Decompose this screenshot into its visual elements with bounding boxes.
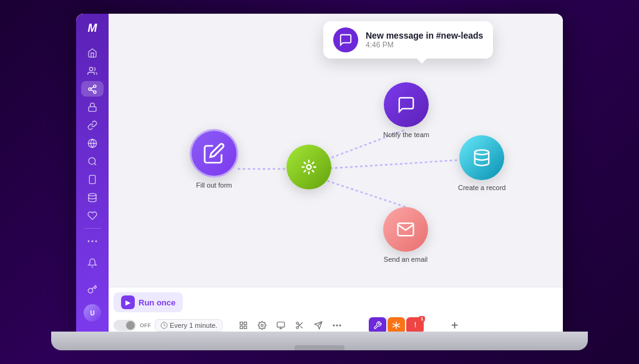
svg-point-21 [307, 165, 311, 170]
svg-rect-34 [245, 326, 247, 328]
schedule-interval[interactable]: Every 1 minute. [155, 319, 223, 332]
notification-time: 4:46 PM [366, 41, 483, 49]
svg-line-5 [91, 87, 94, 89]
sidebar-item-globe[interactable] [81, 135, 104, 151]
node-form[interactable]: Fill out form [190, 129, 238, 189]
toggle-label: OFF [140, 322, 151, 328]
svg-line-19 [330, 160, 458, 168]
sidebar-item-key[interactable] [81, 278, 104, 300]
svg-point-15 [92, 241, 94, 242]
controls-section: CONTROLS [235, 317, 345, 332]
sidebar-item-bell[interactable] [81, 252, 104, 274]
laptop-notch [295, 345, 344, 350]
node-email[interactable]: Send an email [383, 207, 428, 263]
controls-icons [235, 317, 345, 332]
laptop-screen: M [76, 14, 563, 332]
sidebar-item-search[interactable] [81, 153, 104, 169]
sidebar-logo: M [82, 21, 102, 35]
laptop-base [51, 332, 588, 350]
tool-badge-wrapper: ! 1 [406, 317, 424, 332]
node-record[interactable]: Create a record [458, 135, 505, 191]
sidebar-item-plugin[interactable] [81, 208, 104, 223]
notification-title: New message in #new-leads [366, 31, 483, 41]
toolbar-top: ▶ Run once [114, 290, 555, 315]
svg-point-2 [89, 88, 91, 90]
svg-line-26 [304, 162, 306, 164]
user-avatar[interactable]: U [84, 304, 101, 322]
svg-rect-6 [89, 107, 96, 111]
scheduling-toggle[interactable] [114, 320, 136, 331]
sidebar-item-lock[interactable] [81, 99, 104, 115]
tool-badge: 1 [419, 316, 425, 322]
node-notify[interactable]: Notify the team [383, 82, 429, 138]
svg-point-3 [94, 90, 96, 93]
notification-popup: New message in #new-leads 4:46 PM [323, 21, 493, 59]
sidebar-item-more[interactable] [81, 234, 104, 249]
node-record-label: Create a record [458, 184, 505, 191]
tools-section: ! 1 TOOLS [368, 316, 425, 332]
sidebar-item-team[interactable] [81, 63, 104, 79]
svg-point-49 [339, 325, 341, 327]
sidebar-item-database[interactable] [81, 189, 104, 205]
svg-point-0 [89, 67, 92, 70]
svg-rect-32 [240, 322, 243, 325]
node-email-label: Send an email [384, 256, 427, 263]
svg-rect-37 [278, 322, 285, 327]
svg-point-1 [94, 85, 96, 87]
run-icon: ▶ [121, 295, 135, 309]
control-scissors-btn[interactable] [291, 317, 308, 332]
svg-line-27 [312, 170, 314, 172]
control-monitor-btn[interactable] [273, 317, 289, 332]
schedule-text: Every 1 minute. [170, 322, 217, 329]
sidebar-item-home[interactable] [81, 45, 104, 60]
svg-line-44 [298, 324, 300, 325]
favorites-section: + FAVORITES [437, 319, 471, 332]
svg-point-30 [475, 150, 489, 155]
sidebar-item-link[interactable] [81, 117, 104, 133]
control-settings-btn[interactable] [254, 317, 270, 332]
svg-point-36 [261, 324, 264, 327]
sidebar-item-share[interactable] [81, 81, 104, 97]
svg-point-40 [296, 322, 299, 325]
svg-line-29 [312, 162, 314, 164]
sidebar: M [76, 14, 109, 332]
svg-point-47 [333, 325, 335, 327]
tool-asterisk-btn[interactable] [388, 317, 405, 332]
tools-group: ! 1 [368, 316, 425, 332]
svg-rect-35 [240, 326, 243, 328]
app-layout: M [76, 14, 563, 332]
svg-point-13 [89, 193, 96, 196]
svg-line-4 [91, 90, 94, 92]
main-content: New message in #new-leads 4:46 PM [109, 14, 563, 332]
svg-point-16 [95, 241, 97, 242]
svg-point-48 [336, 325, 338, 327]
toolbar-bottom: OFF Every 1 minute. SCHEDULING [114, 315, 555, 332]
laptop-wrapper: M [51, 14, 588, 350]
notification-text: New message in #new-leads 4:46 PM [366, 31, 483, 49]
tool-wrench-btn[interactable] [369, 317, 386, 332]
node-notify-label: Notify the team [383, 131, 429, 138]
svg-text:!: ! [414, 321, 417, 328]
svg-line-43 [301, 326, 303, 328]
svg-point-14 [88, 241, 90, 242]
notification-icon [333, 27, 358, 52]
svg-line-10 [94, 163, 96, 165]
svg-line-28 [304, 170, 306, 172]
control-send-btn[interactable] [310, 317, 326, 332]
bottom-toolbar: ▶ Run once OFF [109, 287, 563, 332]
favorites-button[interactable]: + [446, 319, 464, 332]
scheduling-section: OFF Every 1 minute. SCHEDULING [114, 319, 223, 332]
run-once-label: Run once [139, 298, 175, 307]
toggle-knob [126, 321, 135, 330]
svg-rect-33 [245, 322, 247, 325]
node-center[interactable] [286, 145, 331, 189]
control-grid-btn[interactable] [235, 317, 251, 332]
canvas-area: New message in #new-leads 4:46 PM [109, 14, 563, 287]
svg-point-41 [296, 327, 299, 329]
node-form-label: Fill out form [196, 181, 232, 189]
run-once-button[interactable]: ▶ Run once [114, 292, 183, 312]
control-more-btn[interactable] [329, 317, 345, 332]
sidebar-item-phone[interactable] [81, 171, 104, 187]
scheduling-controls: OFF Every 1 minute. [114, 319, 223, 332]
svg-point-9 [89, 158, 95, 165]
